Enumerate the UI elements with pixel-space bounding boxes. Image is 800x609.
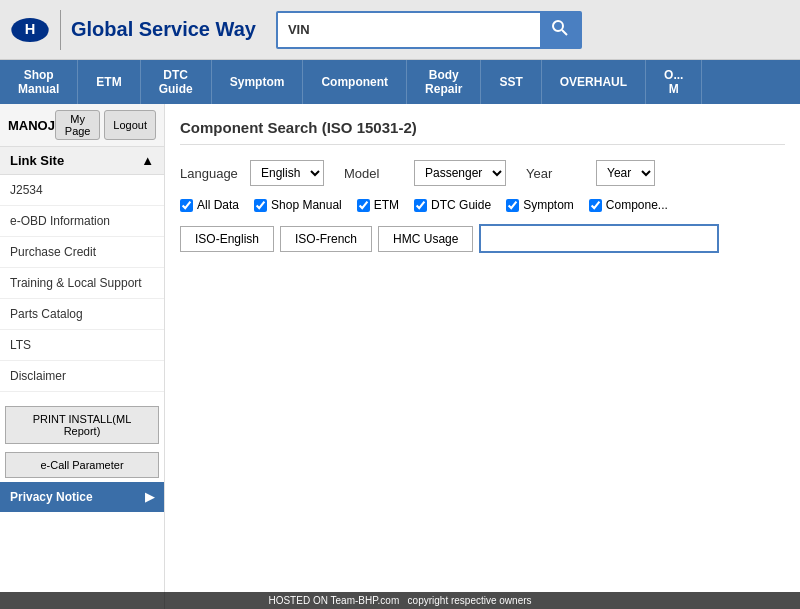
vin-label: VIN <box>278 16 320 43</box>
iso-french-button[interactable]: ISO-French <box>280 226 372 252</box>
checkbox-row: All Data Shop Manual ETM DTC Guide Sympt… <box>180 198 785 212</box>
nav-item-sst[interactable]: SST <box>481 60 541 104</box>
watermark-copyright: copyright respective owners <box>408 595 532 606</box>
user-bar: MANOJ My Page Logout <box>0 104 164 147</box>
sidebar-item-purchase-credit[interactable]: Purchase Credit <box>0 237 164 268</box>
privacy-notice-button[interactable]: Privacy Notice ▶ <box>0 482 164 512</box>
collapse-icon: ▲ <box>141 153 154 168</box>
year-label: Year <box>526 166 586 181</box>
search-options-row: Language English Model Passenger Year Ye… <box>180 160 785 186</box>
my-page-button[interactable]: My Page <box>55 110 100 140</box>
checkbox-all-data[interactable]: All Data <box>180 198 239 212</box>
vin-form: VIN <box>276 11 582 49</box>
checkbox-symptom[interactable]: Symptom <box>506 198 574 212</box>
main-content: Component Search (ISO 15031-2) Language … <box>165 104 800 609</box>
link-site-header[interactable]: Link Site ▲ <box>0 147 164 175</box>
checkbox-dtc-guide[interactable]: DTC Guide <box>414 198 491 212</box>
svg-point-2 <box>553 21 563 31</box>
user-actions: My Page Logout <box>55 110 156 140</box>
sidebar-item-eobd[interactable]: e-OBD Information <box>0 206 164 237</box>
sidebar-item-j2534[interactable]: J2534 <box>0 175 164 206</box>
hmc-usage-button[interactable]: HMC Usage <box>378 226 473 252</box>
watermark-hosted: HOSTED ON <box>268 595 327 606</box>
component-search-input[interactable] <box>479 224 719 253</box>
ecall-parameter-button[interactable]: e-Call Parameter <box>5 452 159 478</box>
header-divider <box>60 10 61 50</box>
checkbox-shop-manual[interactable]: Shop Manual <box>254 198 342 212</box>
watermark-site: Team-BHP.com <box>331 595 400 606</box>
nav-bar: ShopManual ETM DTCGuide Symptom Componen… <box>0 60 800 104</box>
nav-item-dtc-guide[interactable]: DTCGuide <box>141 60 212 104</box>
vin-search-button[interactable] <box>540 13 580 47</box>
logout-button[interactable]: Logout <box>104 110 156 140</box>
vin-input[interactable] <box>320 16 540 43</box>
language-label: Language <box>180 166 240 181</box>
nav-item-component[interactable]: Component <box>303 60 407 104</box>
header-title: Global Service Way <box>71 18 256 41</box>
action-row: ISO-English ISO-French HMC Usage <box>180 224 785 253</box>
svg-text:H: H <box>25 21 36 37</box>
model-label: Model <box>344 166 404 181</box>
svg-line-3 <box>562 30 567 35</box>
sidebar-item-lts[interactable]: LTS <box>0 330 164 361</box>
sidebar: MANOJ My Page Logout Link Site ▲ J2534 e… <box>0 104 165 609</box>
nav-item-body-repair[interactable]: BodyRepair <box>407 60 481 104</box>
nav-item-shop-manual[interactable]: ShopManual <box>0 60 78 104</box>
language-select[interactable]: English <box>250 160 324 186</box>
privacy-notice-label: Privacy Notice <box>10 490 93 504</box>
sidebar-item-training[interactable]: Training & Local Support <box>0 268 164 299</box>
page-title: Component Search (ISO 15031-2) <box>180 119 785 145</box>
year-select[interactable]: Year <box>596 160 655 186</box>
sidebar-item-disclaimer[interactable]: Disclaimer <box>0 361 164 392</box>
watermark: HOSTED ON Team-BHP.com copyright respect… <box>0 592 800 609</box>
nav-item-other[interactable]: O...M <box>646 60 702 104</box>
hyundai-logo-icon: H <box>10 15 50 45</box>
nav-item-overhaul[interactable]: OVERHAUL <box>542 60 646 104</box>
chevron-right-icon: ▶ <box>145 490 154 504</box>
checkbox-etm[interactable]: ETM <box>357 198 399 212</box>
nav-item-etm[interactable]: ETM <box>78 60 140 104</box>
search-icon <box>552 20 568 36</box>
header: H Global Service Way VIN <box>0 0 800 60</box>
model-select[interactable]: Passenger <box>414 160 506 186</box>
iso-english-button[interactable]: ISO-English <box>180 226 274 252</box>
print-install-button[interactable]: PRINT INSTALL(ML Report) <box>5 406 159 444</box>
nav-item-symptom[interactable]: Symptom <box>212 60 304 104</box>
user-name: MANOJ <box>8 118 55 133</box>
sidebar-item-parts-catalog[interactable]: Parts Catalog <box>0 299 164 330</box>
checkbox-component[interactable]: Compone... <box>589 198 668 212</box>
link-site-label: Link Site <box>10 153 64 168</box>
content-wrapper: MANOJ My Page Logout Link Site ▲ J2534 e… <box>0 104 800 609</box>
